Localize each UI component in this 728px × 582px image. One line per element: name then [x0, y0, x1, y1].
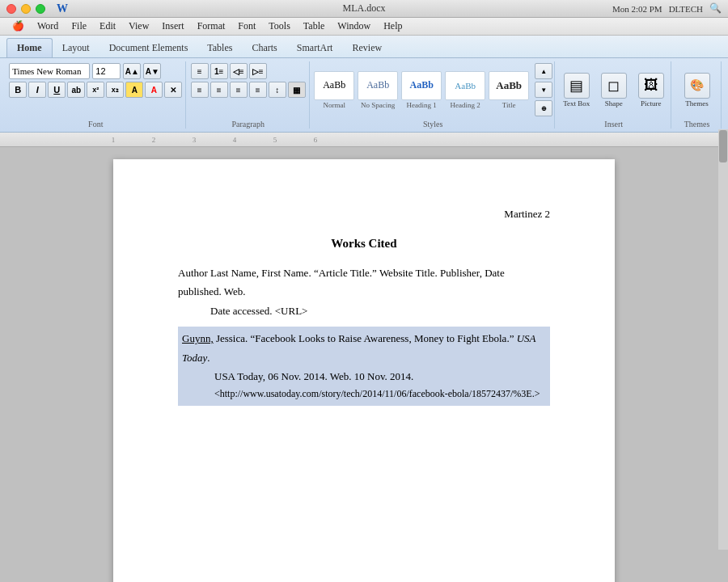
font-size-up-button[interactable]: A▲	[123, 63, 141, 79]
tab-document-elements[interactable]: Document Elements	[99, 39, 198, 57]
themes-button[interactable]: 🎨 Themes	[681, 73, 713, 108]
menu-view[interactable]: View	[123, 19, 154, 34]
picture-button[interactable]: 🖼 Picture	[635, 73, 667, 108]
underline-button[interactable]: U	[48, 82, 66, 98]
citation-line1: Guynn, Jessica. “Facebook Looks to Raise…	[182, 329, 546, 367]
picture-label: Picture	[641, 99, 662, 108]
themes-group: 🎨 Themes Themes	[673, 61, 722, 129]
paragraph-group: ≡ 1≡ ◁≡ ▷≡ ≡ ≡ ≡ ≡ ↕ ▦ Paragraph	[188, 61, 310, 129]
styles-more[interactable]: ⊕	[535, 100, 552, 116]
window-controls: W	[6, 2, 68, 15]
font-name-input[interactable]	[9, 63, 90, 79]
ruler-mark-4: 4	[214, 136, 255, 144]
line-spacing-button[interactable]: ↕	[269, 82, 286, 98]
style-no-spacing[interactable]: AaBb No Spacing	[357, 71, 399, 109]
indent-increase-button[interactable]: ▷≡	[249, 63, 267, 79]
menu-window[interactable]: Window	[332, 19, 376, 34]
textbox-icon: ▤	[564, 73, 590, 99]
menu-edit[interactable]: Edit	[94, 19, 121, 34]
align-center-button[interactable]: ≡	[210, 82, 228, 98]
page-header: Martinez 2	[178, 208, 550, 221]
insert-group: ▤ Text Box ◻ Shape 🖼 Picture Insert	[557, 61, 671, 129]
clear-format-button[interactable]: ✕	[164, 82, 182, 98]
ruler-mark-1: 1	[93, 136, 133, 144]
style-heading1[interactable]: AaBb Heading 1	[400, 71, 442, 109]
menu-tools[interactable]: Tools	[263, 19, 296, 34]
textbox-button[interactable]: ▤ Text Box	[561, 73, 593, 108]
datetime: Mon 2:02 PM	[612, 4, 662, 14]
font-color-button[interactable]: A	[145, 82, 163, 98]
ruler-mark-6: 6	[295, 136, 336, 144]
menu-word[interactable]: Word	[32, 19, 64, 34]
minimize-button[interactable]	[21, 4, 31, 14]
bullets-button[interactable]: ≡	[191, 63, 209, 79]
close-button[interactable]	[6, 4, 16, 14]
document-area: Martinez 2 Works Cited Author Last Name,…	[0, 147, 728, 582]
tab-home[interactable]: Home	[6, 38, 53, 57]
titlebar: W MLA.docx Mon 2:02 PM DLTECH 🔍	[0, 0, 728, 18]
style-heading1-label: Heading 1	[407, 101, 437, 109]
search-icon[interactable]: 🔍	[709, 2, 722, 15]
style-heading2[interactable]: AaBb Heading 2	[444, 71, 486, 109]
numbering-button[interactable]: 1≡	[210, 63, 228, 79]
template-line2: Date accessed. <URL>	[210, 302, 550, 320]
italic-button[interactable]: I	[28, 82, 46, 98]
bold-button[interactable]: B	[9, 82, 27, 98]
font-size-input[interactable]	[92, 63, 121, 79]
styles-scroll-up[interactable]: ▲	[535, 63, 552, 79]
citation-line2-text: USA Today, 06 Nov. 2014. Web. 10 Nov. 20…	[214, 370, 413, 382]
menu-format[interactable]: Format	[192, 19, 231, 34]
style-normal[interactable]: AaBb Normal	[313, 71, 355, 109]
horizontal-ruler: 1 2 3 4 5 6	[0, 133, 728, 147]
menu-help[interactable]: Help	[378, 19, 408, 34]
strikethrough-button[interactable]: ab	[67, 82, 85, 98]
ribbon: Home Layout Document Elements Tables Cha…	[0, 36, 728, 133]
font-size-down-button[interactable]: A▼	[143, 63, 161, 79]
ribbon-tabs: Home Layout Document Elements Tables Cha…	[0, 36, 728, 58]
styles-scroll-down[interactable]: ▼	[535, 82, 552, 98]
subscript-button[interactable]: x₂	[106, 82, 124, 98]
tab-layout[interactable]: Layout	[53, 39, 99, 57]
style-title[interactable]: AaBb Title	[488, 71, 530, 109]
ribbon-content: A▲ A▼ B I U ab x² x₂ A A ✕ Font	[0, 58, 728, 132]
shape-button[interactable]: ◻ Shape	[598, 73, 630, 108]
citation-line2: USA Today, 06 Nov. 2014. Web. 10 Nov. 20…	[214, 367, 546, 386]
font-group-label: Font	[88, 118, 103, 129]
maximize-button[interactable]	[36, 4, 45, 14]
works-cited-title: Works Cited	[178, 237, 550, 251]
indent-decrease-button[interactable]: ◁≡	[230, 63, 248, 79]
style-heading2-label: Heading 2	[451, 101, 480, 109]
username: DLTECH	[669, 4, 703, 14]
tab-smartart[interactable]: SmartArt	[287, 39, 343, 57]
themes-icon: 🎨	[684, 73, 710, 99]
menu-file[interactable]: File	[66, 19, 92, 34]
themes-label: Themes	[685, 99, 709, 108]
citation-line1-end: .	[207, 352, 210, 364]
themes-group-label: Themes	[684, 118, 710, 129]
tab-tables[interactable]: Tables	[197, 39, 242, 57]
align-right-button[interactable]: ≡	[230, 82, 248, 98]
superscript-button[interactable]: x²	[87, 82, 104, 98]
style-normal-label: Normal	[323, 101, 345, 109]
app-icon: W	[57, 2, 68, 15]
shading-button[interactable]: ▦	[288, 82, 306, 98]
align-left-button[interactable]: ≡	[191, 82, 209, 98]
filename: MLA.docx	[343, 2, 386, 15]
insert-group-label: Insert	[604, 118, 623, 129]
menu-font[interactable]: Font	[232, 19, 261, 34]
tab-review[interactable]: Review	[342, 39, 392, 57]
paragraph-group-label: Paragraph	[231, 118, 265, 129]
citation-url: <http://www.usatoday.com/story/tech/2014…	[214, 388, 540, 399]
textbox-label: Text Box	[563, 99, 590, 108]
menu-insert[interactable]: Insert	[156, 19, 189, 34]
styles-row: AaBb Normal AaBb No Spacing AaBb Heading…	[313, 71, 530, 109]
justify-button[interactable]: ≡	[249, 82, 267, 98]
highlight-button[interactable]: A	[125, 82, 143, 98]
ruler-mark-5: 5	[255, 136, 295, 144]
template-line1: Author Last Name, First Name. “Article T…	[178, 267, 505, 297]
menu-table[interactable]: Table	[298, 19, 330, 34]
style-title-label: Title	[502, 101, 516, 109]
menu-apple[interactable]: 🍎	[6, 19, 30, 34]
tab-charts[interactable]: Charts	[242, 39, 286, 57]
document-page: Martinez 2 Works Cited Author Last Name,…	[113, 159, 615, 582]
